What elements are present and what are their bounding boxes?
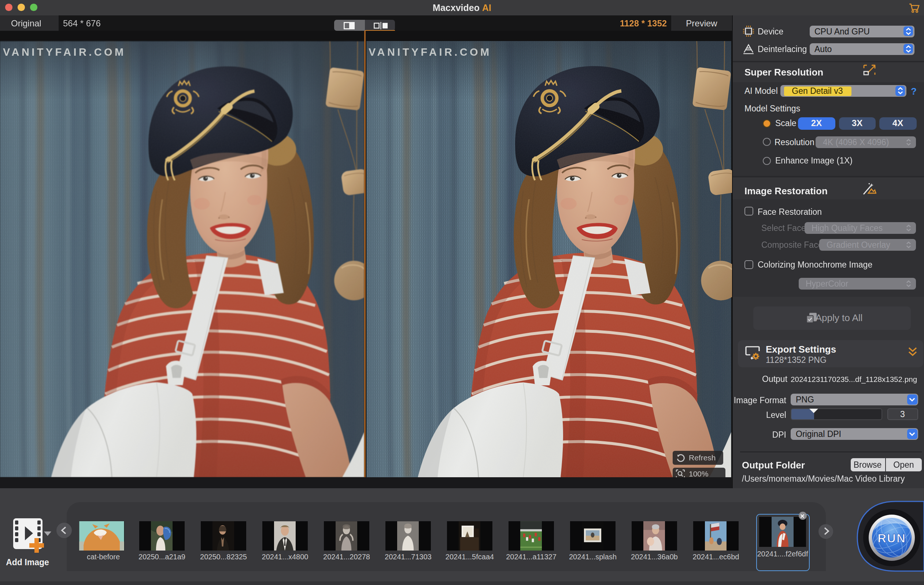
svg-text:RUN: RUN <box>878 531 906 545</box>
